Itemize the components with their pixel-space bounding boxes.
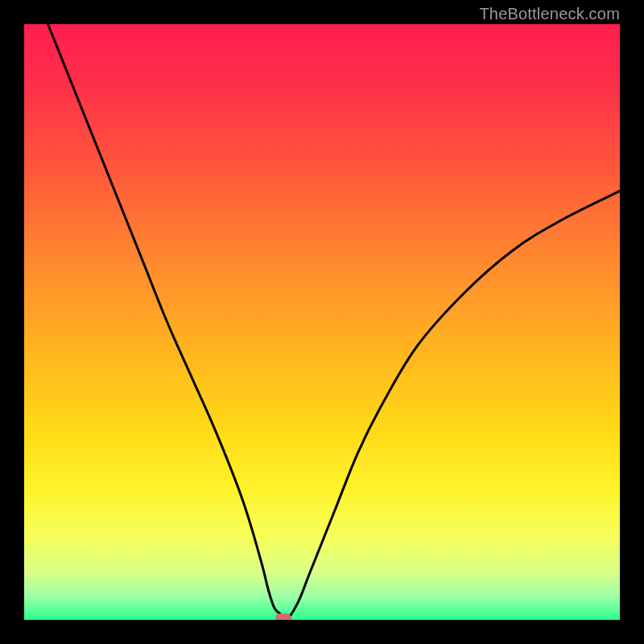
bottleneck-curve: [24, 24, 620, 620]
minimum-marker: [275, 613, 291, 620]
chart-frame: TheBottleneck.com: [0, 0, 644, 644]
curve-path: [48, 24, 620, 620]
watermark-text: TheBottleneck.com: [479, 5, 620, 23]
plot-area: [24, 24, 620, 620]
